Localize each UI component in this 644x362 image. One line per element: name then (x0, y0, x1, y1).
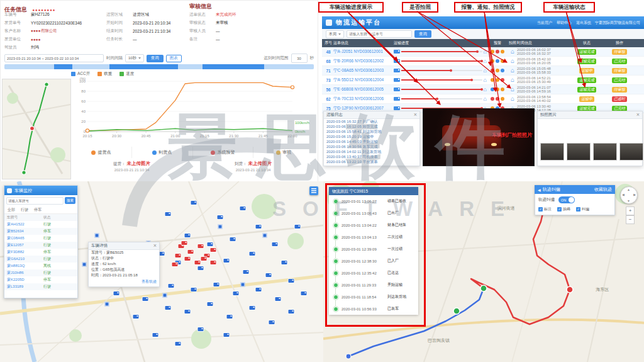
vehicle-marker-alarm[interactable] (188, 250, 194, 254)
vehicle-marker-online[interactable] (217, 215, 223, 219)
vehicle-row[interactable]: 蒙G6A210 行驶 (4, 256, 77, 263)
vehicle-plate[interactable]: 蒙G6A210 (7, 256, 43, 263)
depot-marker[interactable] (95, 234, 99, 238)
acc-segment[interactable] (72, 64, 109, 69)
alarm-dot-icon[interactable] (491, 59, 494, 63)
zoom-out-button[interactable]: − (626, 215, 635, 224)
plate-search-input[interactable] (347, 30, 412, 38)
vehicle-marker-online[interactable] (282, 261, 287, 264)
truck-photo[interactable]: 车辆到厂拍照照片 (423, 108, 535, 166)
vehicle-marker-online[interactable] (275, 297, 281, 301)
waybill-row[interactable]: 71 宁C·08A65 NYD030612003 ⌂ ⌂ 2020-03 (322, 66, 644, 76)
vehicle-marker-online[interactable] (152, 333, 158, 337)
vehicle-plate[interactable]: 蒙L33189 (7, 283, 43, 290)
vehicle-row[interactable]: 蒙H8813Q 离线 (4, 263, 77, 269)
vehicle-search-input[interactable] (6, 197, 64, 205)
depot-marker[interactable] (104, 302, 109, 307)
vehicle-marker-online[interactable] (223, 333, 229, 337)
waybill-row[interactable]: 73 宁A·55D12 NYD030612004 ⌂ ⌂ 2020-03 (322, 76, 644, 85)
vehicle-marker-alarm[interactable] (178, 244, 184, 248)
photo-dot-icon[interactable] (501, 88, 504, 91)
zoom-in-button[interactable]: + (626, 206, 635, 215)
timeline-event[interactable]: 2020-03-01 10:56:33 已装车 (329, 303, 418, 315)
vehicle-row[interactable]: 蒙C08A65 行驶 (4, 235, 77, 242)
vehicle-marker-online[interactable] (197, 266, 203, 270)
waybill-row[interactable]: 48 宁A·J2051 NYD030612001 ⌂ ⌂ 2020-03 (322, 47, 644, 57)
vehicle-marker-online[interactable] (185, 234, 191, 237)
timeline-event[interactable]: 2020-03-01 13:06:43 已出厂 (329, 207, 418, 219)
vehicle-marker-online[interactable] (226, 315, 232, 319)
vehicle-filter-tab[interactable]: 全部 (8, 207, 15, 213)
photo-dot-icon[interactable] (501, 78, 504, 82)
vehicle-marker-online[interactable] (265, 273, 271, 277)
acc-timeline-bar[interactable] (4, 64, 314, 69)
alarm-dot-icon[interactable] (491, 97, 494, 101)
waybill-row[interactable]: 62 宁A·70C33 NYD030612006 ⌂ ⌂ 2020-03 (322, 94, 644, 104)
query-button[interactable]: 查询 (147, 55, 164, 62)
acc-segment[interactable] (109, 64, 177, 69)
vehicle-marker-online[interactable] (191, 201, 197, 205)
view-track-link[interactable]: 查看轨迹 (89, 278, 159, 286)
save-track-button[interactable]: 收藏轨迹 (594, 186, 612, 193)
vehicle-row[interactable]: 蒙L33189 行驶 (4, 283, 77, 290)
vehicle-marker-alarm[interactable] (194, 261, 200, 264)
header-link[interactable]: 退出系统 (576, 20, 591, 26)
vehicle-marker-online[interactable] (197, 327, 203, 331)
vehicle-marker-online[interactable] (249, 252, 255, 256)
track-option-checkbox[interactable]: ✓ 抽稀 (557, 206, 570, 212)
alarm-dot-icon[interactable] (491, 78, 494, 82)
vehicle-plate[interactable]: 蒙B52634 (7, 228, 43, 235)
vehicle-marker-alarm[interactable] (181, 241, 187, 245)
waybill-link[interactable]: 宁E·66B08 NYD030612005 (333, 87, 394, 93)
alarm-dot-icon[interactable] (491, 50, 494, 54)
track-option-checkbox[interactable]: ✓ 纠偏 (576, 206, 589, 212)
photo-status-group[interactable]: 提货： 未上传图片 2023-03-21 21:10:34 (113, 161, 150, 172)
vehicle-marker-online[interactable] (294, 225, 300, 229)
vehicle-plate[interactable]: 蒙C08A65 (7, 235, 43, 242)
vehicle-monitor-map[interactable]: 车辆监控 搜索 全部行驶停车 车牌号 状态 蒙AH1522 行驶 (0, 181, 323, 362)
pan-right-icon[interactable]: ▶ (633, 193, 636, 196)
vehicle-marker-online[interactable] (243, 270, 248, 274)
vehicle-marker-alarm[interactable] (211, 261, 216, 264)
close-icon[interactable]: × (414, 112, 417, 118)
vehicle-marker-online[interactable] (223, 259, 229, 263)
map-layer-button[interactable] (309, 186, 318, 195)
time-range-input[interactable] (4, 54, 104, 62)
correction-toggle[interactable]: ON (558, 196, 575, 203)
vehicle-marker-online[interactable] (233, 291, 239, 295)
vehicle-row[interactable]: 蒙B52634 停车 (4, 228, 77, 235)
photo-dot-icon[interactable] (501, 50, 504, 54)
close-icon[interactable]: × (636, 112, 640, 118)
vehicle-marker-online[interactable] (143, 297, 148, 301)
waybill-link[interactable]: 宁B·20R66 NYD030612002 (333, 59, 394, 64)
vehicle-marker-online[interactable] (288, 279, 294, 283)
checkpoint-tab[interactable]: 到货点 (132, 147, 193, 158)
photo-thumbnail[interactable] (619, 143, 643, 161)
notify-dot-icon[interactable] (496, 97, 499, 101)
vehicle-plate[interactable]: 蒙AH1522 (7, 221, 43, 228)
vehicle-marker-online[interactable] (185, 310, 191, 314)
close-icon[interactable]: × (153, 243, 157, 249)
depot-marker[interactable] (163, 293, 167, 297)
header-link[interactable]: 当前用户 (537, 20, 552, 26)
vehicle-marker-online[interactable] (114, 291, 119, 295)
notify-dot-icon[interactable] (496, 69, 499, 72)
track-option-checkbox[interactable]: ✓ 标注 (538, 206, 552, 212)
vehicle-marker-online[interactable] (272, 242, 277, 246)
vehicle-plate[interactable]: 蒙K2205D (7, 276, 43, 283)
pan-left-icon[interactable]: ◀ (622, 193, 625, 196)
vehicle-marker-online[interactable] (165, 306, 171, 310)
vehicle-marker-online[interactable] (165, 212, 171, 216)
vehicle-marker-online[interactable] (269, 320, 274, 324)
depot-marker[interactable] (82, 263, 86, 267)
operation-badge[interactable]: 已完结 (612, 59, 627, 64)
waybill-link[interactable]: 宁A·J2051 NYD030612001 (333, 49, 394, 55)
acc-segment[interactable] (264, 64, 314, 69)
timeline-event[interactable]: 2020-03-01 11:29:33 开始运输 (329, 279, 418, 291)
notify-dot-icon[interactable] (496, 88, 499, 91)
vehicle-marker-online[interactable] (256, 288, 262, 291)
waybill-row[interactable]: 68 宁B·20R66 NYD030612002 ⌂ ⌂ 2020-03 (322, 57, 644, 66)
chart-view-button[interactable]: 图表 (166, 55, 182, 62)
checkpoint-tab[interactable]: 系统预警 (193, 147, 254, 158)
vehicle-marker-alarm[interactable] (175, 254, 180, 257)
